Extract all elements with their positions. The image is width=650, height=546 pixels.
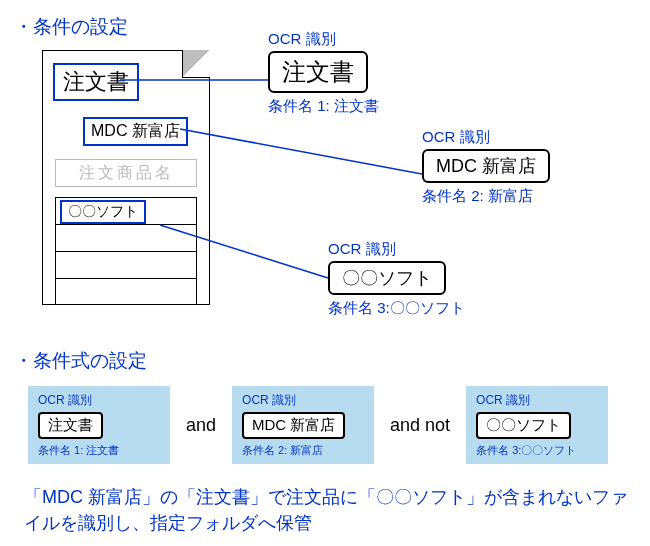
card-label: OCR 識別	[242, 392, 364, 409]
ocr-condition: 条件名 1: 注文書	[268, 97, 379, 116]
ocr-label: OCR 識別	[422, 128, 550, 147]
ocr-callout-3: OCR 識別 〇〇ソフト 条件名 3:〇〇ソフト	[328, 240, 465, 318]
table-row	[56, 279, 196, 306]
card-value-box: MDC 新富店	[242, 412, 345, 439]
condition-card-2: OCR 識別 MDC 新富店 条件名 2: 新富店	[232, 386, 374, 464]
card-condition: 条件名 1: 注文書	[38, 443, 160, 458]
card-value-box: 注文書	[38, 412, 103, 439]
ocr-callout-1: OCR 識別 注文書 条件名 1: 注文書	[268, 30, 379, 116]
card-condition: 条件名 2: 新富店	[242, 443, 364, 458]
page-fold-icon	[182, 50, 210, 78]
doc-title-box: 注文書	[53, 63, 139, 101]
ocr-value-box: 注文書	[268, 51, 368, 93]
doc-subtitle-box: MDC 新富店	[83, 117, 188, 146]
doc-placeholder-field: 注文商品名	[55, 159, 197, 187]
section1-title: ・条件の設定	[14, 14, 128, 40]
condition-card-1: OCR 識別 注文書 条件名 1: 注文書	[28, 386, 170, 464]
card-label: OCR 識別	[476, 392, 598, 409]
table-row	[56, 225, 196, 252]
ocr-value-box: MDC 新富店	[422, 149, 550, 183]
ocr-condition: 条件名 2: 新富店	[422, 187, 550, 206]
operator-and-not: and not	[390, 415, 450, 436]
sample-document: 注文書 MDC 新富店 注文商品名 〇〇ソフト	[42, 50, 210, 305]
card-label: OCR 識別	[38, 392, 160, 409]
ocr-condition: 条件名 3:〇〇ソフト	[328, 299, 465, 318]
ocr-value-box: 〇〇ソフト	[328, 261, 446, 295]
operator-and: and	[186, 415, 216, 436]
doc-item-table: 〇〇ソフト	[55, 197, 197, 305]
card-value-box: 〇〇ソフト	[476, 412, 571, 439]
table-row: 〇〇ソフト	[56, 198, 196, 225]
condition-card-3: OCR 識別 〇〇ソフト 条件名 3:〇〇ソフト	[466, 386, 608, 464]
svg-line-1	[180, 129, 422, 174]
card-condition: 条件名 3:〇〇ソフト	[476, 443, 598, 458]
doc-item-box: 〇〇ソフト	[60, 200, 146, 224]
table-row	[56, 252, 196, 279]
expression-summary: 「MDC 新富店」の「注文書」で注文品に「〇〇ソフト」が含まれないファイルを識別…	[24, 484, 630, 536]
condition-expression: OCR 識別 注文書 条件名 1: 注文書 and OCR 識別 MDC 新富店…	[28, 386, 608, 464]
ocr-label: OCR 識別	[328, 240, 465, 259]
section2-title: ・条件式の設定	[14, 348, 147, 374]
ocr-label: OCR 識別	[268, 30, 379, 49]
ocr-callout-2: OCR 識別 MDC 新富店 条件名 2: 新富店	[422, 128, 550, 206]
